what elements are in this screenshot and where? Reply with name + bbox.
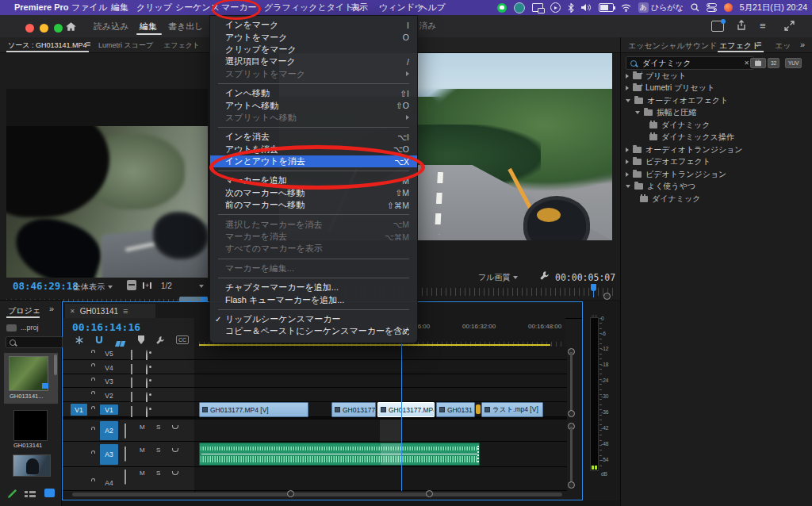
track-name[interactable]: V2: [100, 390, 118, 401]
volume-icon[interactable]: [581, 3, 592, 12]
line-app-icon[interactable]: [497, 3, 507, 13]
wifi-icon[interactable]: [621, 4, 631, 12]
more-tabs-icon[interactable]: »: [49, 304, 54, 313]
menubar-item-clip[interactable]: クリップ: [136, 0, 172, 15]
control-center-icon[interactable]: [707, 3, 717, 12]
tab-effects-source[interactable]: エフェクト: [163, 40, 200, 51]
timeline-clip[interactable]: ラスト.mp4 [V]: [481, 402, 543, 417]
timeline-clip[interactable]: GH0131: [436, 402, 475, 417]
menu-item[interactable]: アウトへ移動⇧O: [210, 99, 417, 111]
sync-lock-icon[interactable]: [124, 470, 126, 485]
solo-button[interactable]: S: [156, 470, 160, 477]
effects-tab-menu-icon[interactable]: ≡: [756, 39, 761, 48]
close-tab-icon[interactable]: ✕: [70, 308, 75, 315]
timeline-tab[interactable]: ✕ GH013141 ≡: [65, 304, 155, 318]
tree-item-dynamics-processing[interactable]: ダイナミックス操作: [621, 132, 812, 144]
program-quality-dropdown[interactable]: フル画質: [478, 272, 518, 283]
tab-truncated[interactable]: エッ: [775, 40, 792, 52]
menubar-item-help[interactable]: ヘルプ: [419, 0, 446, 15]
app-icon[interactable]: [514, 2, 525, 13]
menu-item[interactable]: 前のマーカーへ移動⇧⌘M: [210, 199, 417, 211]
siri-icon[interactable]: [724, 3, 733, 12]
menubar-item-graphics[interactable]: グラフィックとタイトル: [264, 0, 362, 15]
tree-item-audio-transitions[interactable]: オーディオトランジション: [621, 144, 812, 156]
effects-search-input[interactable]: [641, 58, 723, 68]
menu-item[interactable]: アウトを消去⌥O: [210, 144, 417, 155]
clear-search-icon[interactable]: ✕: [744, 59, 749, 67]
more-tabs-icon[interactable]: »: [800, 40, 805, 49]
source-timecode[interactable]: 08:46:29:18: [13, 280, 79, 292]
tree-item-lumetri-presets[interactable]: +Lumetri プリセット: [621, 82, 812, 95]
timeline-playhead[interactable]: [401, 334, 402, 491]
accelerated-effects-badge[interactable]: [750, 58, 766, 68]
effects-search-box[interactable]: ✕: [626, 56, 754, 70]
track-name[interactable]: V3: [100, 376, 118, 386]
icon-view-icon[interactable]: [44, 489, 55, 497]
captions-icon[interactable]: CC: [176, 335, 189, 344]
sync-lock-icon[interactable]: [124, 424, 126, 439]
menubar-item-edit[interactable]: 編集: [111, 0, 128, 15]
timeline-clip[interactable]: GH013177.: [331, 402, 376, 417]
settings-wrench-icon[interactable]: [539, 270, 550, 281]
menu-item[interactable]: すべてのマーカーを表示: [210, 243, 417, 255]
track-name[interactable]: A4: [100, 477, 118, 488]
tree-item-presets[interactable]: +プリセット: [621, 70, 812, 82]
menu-item[interactable]: マーカーを追加M: [210, 174, 417, 186]
tab-project[interactable]: プロジェ: [8, 305, 40, 316]
tab-essential-sound[interactable]: エッセンシャルサウンド: [628, 40, 718, 52]
menubar-item-file[interactable]: ファイル: [71, 0, 107, 15]
menubar-app-name[interactable]: Premiere Pro: [14, 0, 68, 15]
source-resolution-dropdown[interactable]: 1/2: [161, 282, 204, 290]
h-scrollbar-handle[interactable]: [426, 490, 433, 497]
project-bin-icon[interactable]: [6, 324, 17, 332]
menu-item[interactable]: 次のマーカーへ移動⇧M: [210, 187, 417, 199]
source-settings-icon[interactable]: [127, 280, 136, 290]
mute-button[interactable]: M: [140, 447, 145, 454]
markers-icon[interactable]: +: [143, 282, 151, 289]
mute-button[interactable]: M: [140, 424, 145, 431]
clip-marker-icon[interactable]: [476, 404, 481, 414]
mute-button[interactable]: M: [140, 470, 145, 477]
track-name[interactable]: A3: [100, 444, 118, 465]
menubar-clock[interactable]: 5月21日(日) 20:24: [740, 2, 807, 13]
home-icon[interactable]: [65, 21, 77, 32]
source-tab-menu-icon[interactable]: ≡: [86, 39, 90, 48]
h-scrollbar[interactable]: [72, 493, 562, 496]
tree-item-dynamics-custom[interactable]: ダイナミック: [621, 193, 812, 205]
menubar-item-view[interactable]: 表示: [350, 0, 368, 15]
tab-menu-icon[interactable]: ≡: [123, 306, 128, 316]
nest-toggle-icon[interactable]: [75, 335, 84, 345]
v-scrollbar-handle[interactable]: [568, 410, 575, 417]
project-item-thumbnail[interactable]: [13, 410, 48, 441]
menu-item[interactable]: コピー＆ペーストにシーケンスマーカーを含める: [210, 325, 417, 337]
new-item-pen-icon[interactable]: [7, 489, 18, 499]
spotlight-search-icon[interactable]: [691, 3, 699, 12]
menubar-item-sequence[interactable]: シーケンス: [175, 0, 220, 15]
play-circle-icon[interactable]: [550, 2, 561, 13]
screen-mirroring-icon[interactable]: [532, 3, 543, 12]
menu-item[interactable]: 選択したマーカーを消去⌥M: [210, 218, 417, 230]
list-view-icon[interactable]: [25, 490, 36, 498]
track-name[interactable]: V4: [100, 362, 118, 373]
window-controls[interactable]: [25, 21, 68, 36]
project-item-selected[interactable]: GH013141...: [4, 353, 58, 404]
tab-effects[interactable]: エフェクト: [719, 40, 760, 52]
tab-edit[interactable]: 編集: [140, 21, 157, 33]
menu-item[interactable]: インをマークI: [210, 19, 417, 31]
menu-item[interactable]: アウトをマークO: [210, 31, 417, 43]
menu-item-checked[interactable]: ✓リップルシーケンスマーカー: [210, 313, 417, 325]
timeline-clip[interactable]: GH013177.MP4 [V]: [199, 402, 308, 417]
tree-item-favorites-bin[interactable]: よく使うやつ: [621, 181, 812, 194]
solo-button[interactable]: S: [156, 424, 160, 431]
tree-item-audio-effects[interactable]: オーディオエフェクト: [621, 94, 812, 107]
tree-item-video-effects[interactable]: ビデオエフェクト: [621, 156, 812, 169]
v-scrollbar[interactable]: [570, 352, 573, 412]
timeline-clip-selected[interactable]: GH013177.MP4: [377, 402, 435, 417]
menu-item[interactable]: インを消去⌥I: [210, 131, 417, 143]
menu-item[interactable]: マーカーを編集...: [210, 263, 417, 274]
tab-lumetri-scopes[interactable]: Lumetri スコープ: [98, 40, 153, 51]
solo-button[interactable]: S: [156, 447, 160, 454]
program-scrollbar-handle[interactable]: [603, 293, 611, 300]
panel-scrollbar[interactable]: [54, 355, 57, 375]
menu-item-clear-in-out[interactable]: インとアウトを消去⌥X: [210, 155, 417, 167]
